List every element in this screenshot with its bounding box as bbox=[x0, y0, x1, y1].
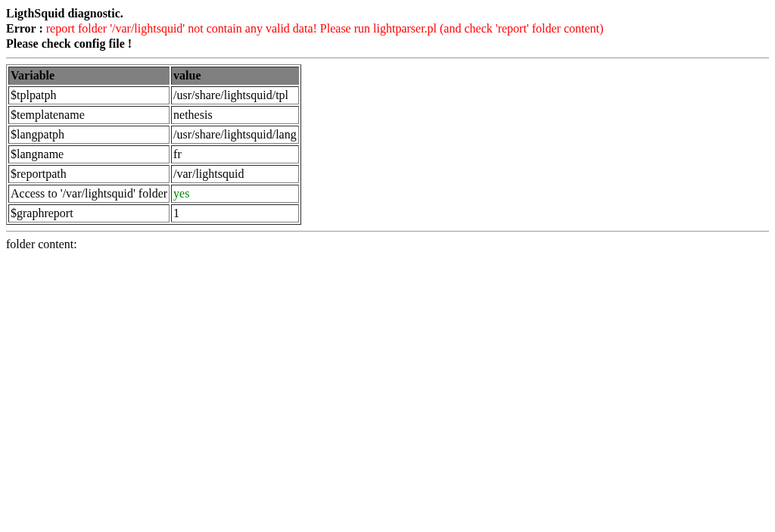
error-label: Error : bbox=[6, 22, 46, 35]
divider-bottom bbox=[6, 231, 769, 232]
value-cell: /usr/share/lightsquid/tpl bbox=[171, 86, 299, 104]
table-row: $reportpath/var/lightsquid bbox=[8, 165, 299, 183]
variable-cell: Access to '/var/lightsquid' folder bbox=[8, 185, 170, 203]
value-cell: fr bbox=[171, 145, 299, 163]
column-header-value: value bbox=[171, 67, 299, 85]
check-config-message: Please check config file ! bbox=[6, 37, 132, 50]
variable-cell: $langname bbox=[8, 145, 170, 163]
value-cell: yes bbox=[171, 185, 299, 203]
variable-cell: $graphreport bbox=[8, 204, 170, 222]
table-row: $tplpatph/usr/share/lightsquid/tpl bbox=[8, 86, 299, 104]
value-cell: /var/lightsquid bbox=[171, 165, 299, 183]
divider-top bbox=[6, 58, 769, 58]
diagnostic-table: Variable value $tplpatph/usr/share/light… bbox=[6, 64, 301, 225]
value-cell: nethesis bbox=[171, 106, 299, 124]
page-title: LigthSquid diagnostic. bbox=[6, 7, 123, 20]
value-cell: /usr/share/lightsquid/lang bbox=[171, 126, 299, 144]
table-row: Access to '/var/lightsquid' folderyes bbox=[8, 185, 299, 203]
error-message: report folder '/var/lightsquid' not cont… bbox=[46, 22, 604, 35]
variable-cell: $tplpatph bbox=[8, 86, 170, 104]
column-header-variable: Variable bbox=[8, 67, 170, 85]
table-row: $langpatph/usr/share/lightsquid/lang bbox=[8, 126, 299, 144]
table-row: $templatenamenethesis bbox=[8, 106, 299, 124]
table-row: $graphreport1 bbox=[8, 204, 299, 222]
table-header-row: Variable value bbox=[8, 67, 299, 85]
variable-cell: $reportpath bbox=[8, 165, 170, 183]
variable-cell: $langpatph bbox=[8, 126, 170, 144]
table-row: $langnamefr bbox=[8, 145, 299, 163]
value-cell: 1 bbox=[171, 204, 299, 222]
folder-content-label: folder content: bbox=[6, 238, 769, 251]
variable-cell: $templatename bbox=[8, 106, 170, 124]
